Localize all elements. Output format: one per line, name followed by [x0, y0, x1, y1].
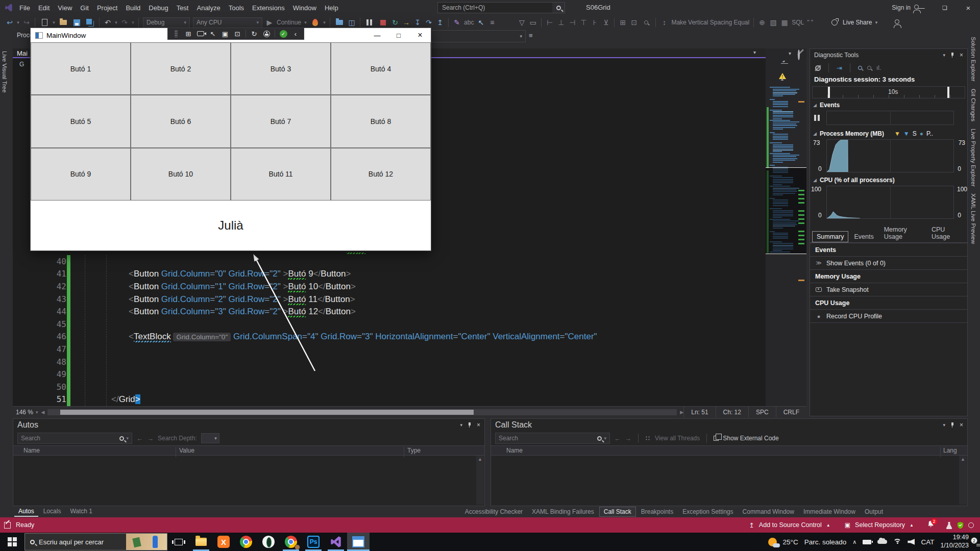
step-over-icon[interactable]: ↷ [423, 18, 434, 27]
search-depth-dropdown[interactable]: ▾ [201, 433, 219, 443]
column-language[interactable]: Lang [943, 447, 957, 454]
chrome-button[interactable] [235, 533, 257, 551]
zoom-level-dropdown[interactable]: 146 % ▾ [13, 409, 41, 416]
app-minimize-button[interactable]: — [366, 28, 388, 42]
weather-temperature[interactable]: 25°C [783, 538, 798, 546]
tab-command-window[interactable]: Command Window [739, 507, 798, 516]
menu-item-extensions[interactable]: Extensions [248, 4, 289, 12]
drag-handle-icon[interactable] [171, 30, 181, 37]
autos-search-input[interactable]: Search ▾ [17, 433, 132, 444]
dropdown-caret[interactable]: ▾ [113, 20, 119, 25]
window-close-button[interactable]: × [957, 0, 980, 15]
volume-icon[interactable] [908, 539, 915, 545]
events-section-header[interactable]: ◢ Events [810, 98, 967, 110]
show-events-link[interactable]: ≫Show Events (0 of 0) [810, 257, 967, 270]
settings-gear-icon[interactable] [815, 65, 821, 71]
enable-selection-icon[interactable]: ↖ [208, 30, 218, 38]
collapse-toolbar-icon[interactable]: ‹ [290, 30, 301, 38]
vertical-scrollbar[interactable]: ▲ [959, 456, 967, 505]
onedrive-icon[interactable] [877, 540, 887, 544]
restart-icon[interactable]: ↻ [389, 18, 401, 27]
app-maximize-button[interactable]: □ [388, 28, 409, 42]
column-type[interactable]: Type [407, 447, 421, 454]
take-snapshot-link[interactable]: Take Snapshot [810, 283, 967, 296]
collapse-triangle-icon[interactable]: ◢ [813, 131, 817, 136]
code-line-50[interactable]: 50 [13, 381, 766, 393]
task-view-button[interactable] [167, 533, 190, 551]
accessibility-checker-icon[interactable] [261, 31, 272, 37]
dropdown-caret[interactable]: ▾ [51, 20, 57, 25]
open-file-icon[interactable] [59, 18, 68, 27]
align-lefts-icon[interactable]: ⊢ [544, 18, 555, 27]
hot-reload-icon[interactable] [310, 18, 320, 27]
window-position-icon[interactable]: ▾ [943, 53, 945, 58]
debug-target-dropdown[interactable]: Debug▾ [143, 17, 190, 28]
menu-item-view[interactable]: View [54, 4, 76, 12]
grid-button-6[interactable]: Butó 6 [131, 95, 231, 147]
align-centers-icon[interactable]: ⊥ [555, 18, 567, 27]
menu-item-edit[interactable]: Edit [34, 4, 54, 12]
code-line-46[interactable]: 46<TextBlock Grid.Column="0" Grid.Column… [13, 331, 766, 343]
autos-column-headers[interactable]: Name Value Type [13, 445, 484, 456]
close-icon[interactable]: × [960, 52, 963, 59]
search-highlights-image[interactable] [126, 534, 167, 550]
tab-watch-1[interactable]: Watch 1 [66, 507, 96, 517]
tab-solution-explorer[interactable]: Solution Explorer [970, 37, 976, 82]
tab-xaml-binding-failures[interactable]: XAML Binding Failures [528, 507, 598, 516]
vertical-spacing-icon[interactable]: ↕ [658, 18, 670, 27]
tab-exception-settings[interactable]: Exception Settings [678, 507, 737, 516]
close-icon[interactable]: × [960, 421, 963, 429]
app-close-button[interactable]: × [409, 28, 431, 42]
process-dropdown[interactable]: ▾ [431, 30, 526, 42]
dropdown-caret[interactable]: ▾ [873, 20, 879, 25]
quick-search-input[interactable]: Search (Ctrl+Q) [437, 2, 565, 13]
add-to-source-control-button[interactable]: Add to Source Control [759, 521, 822, 529]
grid-button-4[interactable]: Butó 4 [331, 42, 431, 95]
horizontal-scrollbar[interactable] [47, 409, 677, 415]
xaml-format-icon[interactable]: ✎ [451, 18, 462, 27]
grid-button-5[interactable]: Butó 5 [31, 95, 131, 147]
window-minimize-button[interactable]: — [910, 0, 933, 15]
navigate-forward-icon[interactable]: ↪ [21, 18, 32, 27]
call-stack-search-input[interactable]: Search ▾ [495, 433, 610, 444]
code-line-43[interactable]: 43<Button Grid.Column="2" Grid.Row="2" >… [13, 293, 766, 306]
grid-button-2[interactable]: Butó 2 [131, 42, 231, 95]
grid-options-icon[interactable]: ▦ [779, 18, 790, 27]
photoshop-button[interactable]: Ps [302, 533, 325, 551]
window-restore-button[interactable]: ❏ [933, 0, 957, 15]
back-icon[interactable]: ← [614, 435, 621, 442]
window-position-icon[interactable]: ▾ [943, 422, 945, 428]
tab-xaml-live-preview[interactable]: XAML Live Preview [970, 193, 976, 244]
menu-item-build[interactable]: Build [121, 4, 144, 12]
tab-output[interactable]: Output [861, 507, 887, 516]
tab-live-visual-tree[interactable]: Live Visual Tree [2, 51, 8, 93]
menu-item-tools[interactable]: Tools [225, 4, 248, 12]
step-into-icon[interactable]: ↧ [412, 18, 423, 27]
code-line-40[interactable]: 40 [13, 255, 766, 268]
break-all-icon[interactable] [365, 18, 374, 27]
zoom-in-icon[interactable] [858, 66, 862, 70]
code-line-48[interactable]: 48 [13, 356, 766, 368]
grid-button-8[interactable]: Butó 8 [331, 95, 431, 147]
chrome-profile-button[interactable] [280, 533, 302, 551]
taskbar-search-input[interactable]: Escriu aquí per cercar [24, 533, 167, 550]
grid-button-9[interactable]: Butó 9 [31, 148, 131, 201]
forward-icon[interactable]: → [625, 435, 631, 442]
tab-git-changes[interactable]: Git Changes [970, 89, 976, 121]
stop-debugging-icon[interactable] [378, 18, 387, 27]
line-indicator[interactable]: Ln: 51 [683, 407, 715, 417]
pin-icon[interactable] [950, 422, 954, 428]
tab-immediate-window[interactable]: Immediate Window [799, 507, 860, 516]
code-line-45[interactable]: 45 [13, 318, 766, 331]
wifi-icon[interactable] [893, 539, 901, 545]
tab-autos[interactable]: Autos [14, 507, 38, 517]
chevron-down-icon[interactable]: ▾ [789, 51, 791, 56]
column-value[interactable]: Value [179, 447, 194, 454]
menu-item-project[interactable]: Project [93, 4, 121, 12]
feedback-icon[interactable] [4, 522, 11, 529]
menu-item-file[interactable]: File [15, 4, 34, 12]
visual-studio-button[interactable] [325, 533, 347, 551]
live-share-icon[interactable] [830, 18, 839, 27]
code-lines[interactable]: 4041<Button Grid.Column="0" Grid.Row="2"… [13, 255, 766, 406]
go-to-live-visual-tree-icon[interactable]: ⊞ [183, 30, 193, 38]
